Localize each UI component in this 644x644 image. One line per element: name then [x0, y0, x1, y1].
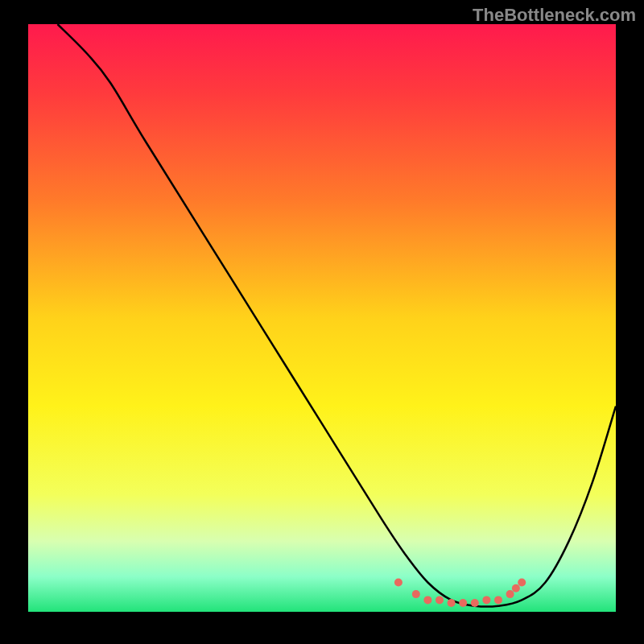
plot-area: [28, 24, 616, 612]
marker-dot: [494, 596, 502, 604]
marker-dot: [394, 579, 402, 587]
chart-svg: [28, 24, 616, 612]
marker-dot: [459, 599, 467, 607]
marker-dot: [412, 590, 420, 598]
marker-dot: [423, 596, 431, 604]
marker-dot: [512, 584, 520, 592]
marker-dot: [471, 599, 479, 607]
marker-dot: [518, 579, 526, 587]
marker-dot: [436, 596, 444, 604]
chart-frame: TheBottleneck.com: [0, 0, 644, 644]
gradient-background: [28, 24, 616, 612]
watermark: TheBottleneck.com: [473, 5, 636, 26]
marker-dot: [506, 590, 514, 598]
marker-dot: [482, 596, 490, 604]
marker-dot: [448, 599, 456, 607]
